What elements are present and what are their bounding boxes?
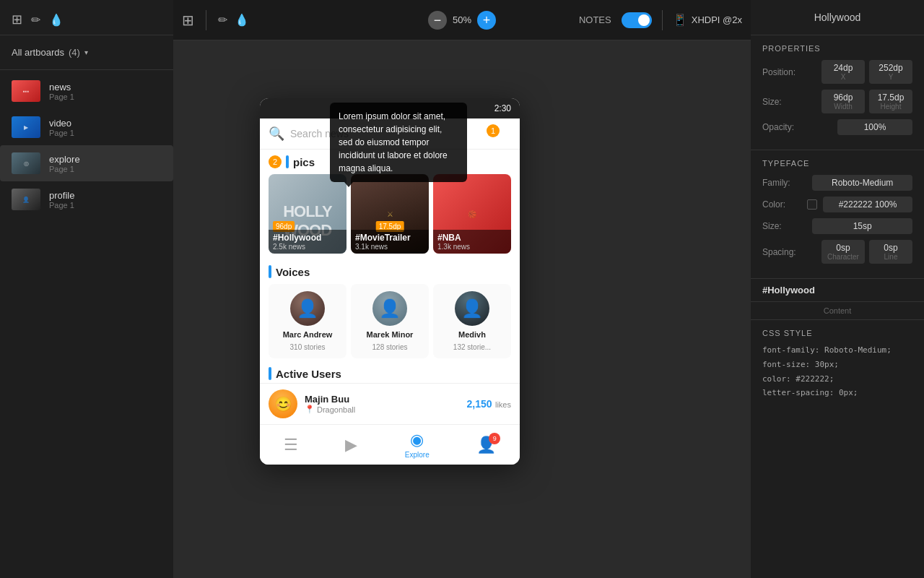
sidebar-item-explore-info: explore Page 1 [49,154,80,173]
tooltip-bubble: Lorem ipsum dolor sit amet, consectetur … [330,103,467,182]
tf-spacing-group: 0sp Character 0sp Line [821,240,912,264]
voice-name-marc: Marc Andrew [283,330,333,339]
tooltip-text: Lorem ipsum dolor sit amet, consectetur … [339,111,448,173]
voices-title: Voices [276,266,310,278]
nav-profile-badge: 9 [489,433,500,444]
css-line-2: color: #222222; [762,372,912,387]
tf-val-char: 0sp Character [821,240,865,264]
sidebar-item-explore[interactable]: ◎ explore Page 1 [0,145,173,181]
artboards-label: All artboards [12,47,64,58]
sidebar-item-profile-page: Page 1 [49,201,74,210]
artboards-header: All artboards (4) ▾ [0,35,173,70]
topbar-right: NOTES 📱 XHDPI @2x [579,10,742,30]
right-panel-title: Hollywood [751,0,924,35]
thumb-news: ▪▪▪ [12,80,40,102]
nba-label-area: #NBA 1.3k news [433,230,511,254]
prop-val-x: 24dp X [821,60,865,84]
right-panel: Hollywood PROPERTIES Position: 24dp X 25… [751,0,924,578]
css-label: CSS STYLE [762,329,912,337]
phone-time: 2:30 [494,103,511,113]
hollywood-count: 2.5k news [273,243,342,251]
location-icon: 📍 [305,405,315,414]
active-user-row-majin[interactable]: 😊 Majin Buu 📍 Dragonball 2,150 likes [260,383,520,424]
tf-row-spacing: Spacing: 0sp Character 0sp Line [762,240,912,264]
voice-card-marek[interactable]: 👤 Marek Minor 128 stories [351,284,429,358]
sidebar-item-explore-page: Page 1 [49,165,80,173]
grid-icon[interactable]: ⊞ [12,12,22,27]
topbar-drop-icon[interactable]: 💧 [235,13,249,27]
tf-val-size: 15sp [812,218,912,234]
sidebar-item-news[interactable]: ▪▪▪ news Page 1 [0,73,173,109]
topbar-grid-icon[interactable]: ⊞ [182,12,194,29]
zoom-in-button[interactable]: + [477,11,496,30]
hollywood-label: #Hollywood [273,233,342,243]
css-line-1: font-size: 30px; [762,358,912,372]
topic-card-movie[interactable]: ⚔ 17.5dp #MovieTrailer 3.1k news [351,174,429,254]
topics-accent [286,155,289,168]
prop-val-y: 252dp Y [869,60,912,84]
avatar-marc: 👤 [290,291,325,326]
nav-item-explore[interactable]: ◉ Explore [405,431,430,459]
nav-explore-label: Explore [405,451,430,459]
nav-item-profile[interactable]: 9 👤 [476,436,496,454]
active-user-likes: 2,150 [466,398,492,410]
canvas-area: ⊞ ✏ 💧 − 50% + NOTES 📱 XHDPI @2x [173,0,751,578]
tf-key-family: Family: [762,178,806,188]
voice-card-marc[interactable]: 👤 Marc Andrew 310 stories [269,284,346,358]
topic-card-nba[interactable]: 🏀 #NBA 1.3k news [433,174,511,254]
tf-val-color: #222222 100% [823,197,912,212]
prop-val-w: 96dp Width [821,90,865,113]
css-style-section: CSS STYLE font-family: Roboto-Medium; fo… [751,320,924,409]
active-user-location: 📍 Dragonball [305,405,459,414]
avatar-marek: 👤 [372,291,407,326]
content-text: #Hollywood [762,285,912,296]
sidebar-item-profile[interactable]: 👤 profile Page 1 [0,181,173,217]
content-label: Content [751,302,924,320]
tf-key-color: Color: [762,199,801,210]
voices-accent [269,265,271,278]
movie-label-area: #MovieTrailer 3.1k news [351,230,429,254]
nba-label: #NBA [437,233,507,243]
sidebar-item-video-info: video Page 1 [49,118,74,137]
prop-row-position: Position: 24dp X 252dp Y [762,60,912,84]
tf-key-spacing: Spacing: [762,247,816,257]
css-line-3: letter-spacing: 0px; [762,386,912,400]
voices-section-header: Voices [260,259,520,281]
notes-toggle[interactable] [622,12,652,28]
drop-icon[interactable]: 💧 [49,13,64,27]
active-user-likes-group: 2,150 likes [466,397,511,410]
device-label: XHDPI @2x [692,14,742,25]
zoom-out-button[interactable]: − [428,11,447,30]
sidebar-item-video[interactable]: ▶ video Page 1 [0,109,173,145]
tf-row-color: Color: #222222 100% [762,197,912,212]
css-line-0: font-family: Roboto-Medium; [762,343,912,358]
sidebar-item-profile-name: profile [49,190,74,201]
content-area: #Hollywood [751,279,924,302]
nav-home-icon: ☰ [284,436,298,454]
tf-row-family: Family: Roboto-Medium [762,175,912,191]
voice-card-medivh[interactable]: 👤 Medivh 132 storie... [433,284,511,358]
hollywood-label-area: #Hollywood 2.5k news [269,230,346,254]
topics-row: HOLLYWOOD 96dp #Hollywood 2.5k news [260,171,520,259]
color-swatch [807,199,817,210]
zoom-controls: − 50% + [428,11,496,30]
topbar-edit-icon[interactable]: ✏ [218,13,227,27]
topic-card-hollywood[interactable]: HOLLYWOOD 96dp #Hollywood 2.5k news [269,174,346,254]
active-users-title: Active Users [276,368,341,380]
prop-key-position: Position: [762,67,816,77]
thumb-video: ▶ [12,116,40,138]
voice-stories-marc: 310 stories [290,343,326,351]
likes-label: likes [495,400,511,409]
prop-val-group-size: 96dp Width 17.5dp Height [821,90,912,113]
tf-row-size: Size: 15sp [762,218,912,234]
nav-item-video[interactable]: ▶ [345,436,357,454]
nav-item-home[interactable]: ☰ [284,436,298,454]
tf-val-family: Roboto-Medium [812,175,912,191]
notes-label: NOTES [579,14,611,25]
prop-row-size: Size: 96dp Width 17.5dp Height [762,90,912,113]
prop-val-opacity: 100% [837,119,912,135]
edit-icon[interactable]: ✏ [31,13,40,27]
chevron-down-icon[interactable]: ▾ [84,48,88,56]
prop-key-size: Size: [762,97,816,107]
device-info: 📱 XHDPI @2x [673,13,742,27]
